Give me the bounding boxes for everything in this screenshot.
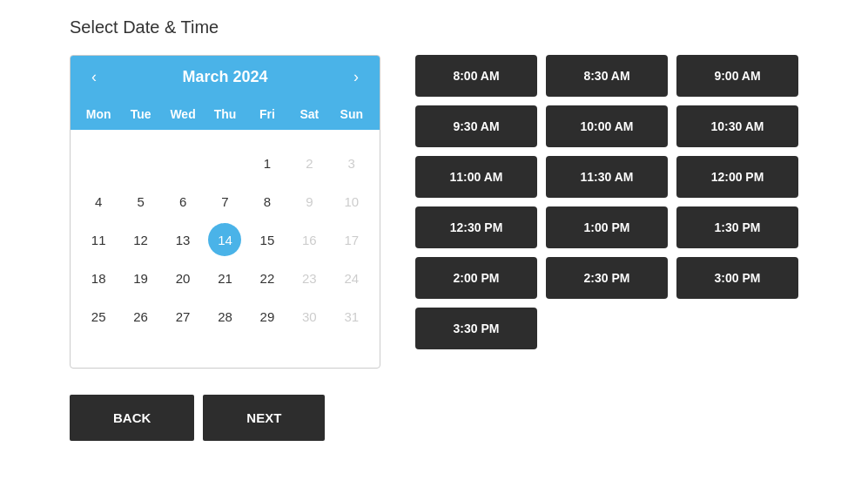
time-slot-button[interactable]: 11:00 AM	[415, 156, 537, 198]
day-cell[interactable]: 17	[335, 223, 368, 256]
time-slot-button[interactable]: 9:30 AM	[415, 105, 537, 147]
next-button[interactable]: NEXT	[203, 395, 325, 441]
day-cell[interactable]: 9	[293, 185, 326, 218]
bottom-actions: BACK NEXT	[70, 395, 798, 441]
day-cell[interactable]: 28	[208, 300, 241, 333]
day-cell[interactable]: 22	[251, 261, 284, 294]
day-cell[interactable]: 31	[335, 300, 368, 333]
time-slot-button[interactable]: 2:00 PM	[415, 257, 537, 299]
time-slot-button[interactable]: 11:30 AM	[546, 156, 668, 198]
day-cell[interactable]: 6	[166, 185, 199, 218]
time-slot-button[interactable]: 3:00 PM	[676, 257, 798, 299]
day-cell[interactable]: 27	[166, 300, 199, 333]
day-cell[interactable]: 1	[251, 146, 284, 179]
time-slot-button[interactable]: 1:30 PM	[676, 206, 798, 248]
day-cell[interactable]: 29	[251, 300, 284, 333]
month-year-label: March 2024	[182, 68, 267, 86]
time-slot-button[interactable]: 8:30 AM	[546, 55, 668, 97]
weekday-label: Fri	[246, 104, 288, 125]
day-cell[interactable]: 16	[293, 223, 326, 256]
day-cell[interactable]: 18	[82, 261, 115, 294]
prev-month-button[interactable]: ‹	[84, 66, 104, 88]
day-cell[interactable]: 21	[208, 261, 241, 294]
day-cell[interactable]: 23	[293, 261, 326, 294]
day-cell[interactable]: 15	[251, 223, 284, 256]
day-cell[interactable]: 8	[251, 185, 284, 218]
day-cell[interactable]: 25	[82, 300, 115, 333]
page-title: Select Date & Time	[70, 17, 798, 37]
day-cell[interactable]: 20	[166, 261, 199, 294]
main-content: ‹ March 2024 › MonTueWedThuFriSatSun 123…	[70, 55, 798, 369]
back-button[interactable]: BACK	[70, 395, 194, 441]
time-slot-button[interactable]: 10:30 AM	[676, 105, 798, 147]
weekday-label: Thu	[204, 104, 246, 125]
weekday-label: Mon	[77, 104, 119, 125]
next-month-button[interactable]: ›	[347, 66, 366, 88]
weekday-label: Sun	[331, 104, 373, 125]
page-container: Select Date & Time ‹ March 2024 › MonTue…	[70, 17, 798, 441]
day-cell[interactable]: 10	[335, 185, 368, 218]
weekday-label: Tue	[119, 104, 161, 125]
day-cell[interactable]: 11	[82, 223, 115, 256]
day-cell[interactable]: 3	[335, 146, 368, 179]
calendar-days: 1234567891011121314151617181920212223242…	[77, 144, 373, 335]
time-slot-button[interactable]: 12:30 PM	[415, 206, 537, 248]
day-cell[interactable]: 24	[335, 261, 368, 294]
time-slot-button[interactable]: 3:30 PM	[415, 308, 537, 349]
day-cell[interactable]: 13	[166, 223, 199, 256]
day-cell[interactable]: 19	[124, 261, 158, 294]
calendar-weekdays: MonTueWedThuFriSatSun	[71, 98, 380, 130]
day-cell[interactable]: 7	[208, 185, 241, 218]
day-cell[interactable]: 26	[124, 300, 158, 333]
day-cell[interactable]: 14	[208, 223, 241, 256]
time-slot-button[interactable]: 8:00 AM	[415, 55, 537, 97]
time-slot-button[interactable]: 10:00 AM	[546, 105, 668, 147]
day-cell[interactable]: 30	[293, 300, 326, 333]
calendar: ‹ March 2024 › MonTueWedThuFriSatSun 123…	[70, 55, 380, 369]
time-slots-grid: 8:00 AM8:30 AM9:00 AM9:30 AM10:00 AM10:3…	[415, 55, 798, 349]
weekday-label: Sat	[288, 104, 330, 125]
day-cell[interactable]: 4	[82, 185, 115, 218]
day-cell[interactable]: 5	[124, 185, 158, 218]
calendar-header: ‹ March 2024 ›	[71, 56, 380, 98]
day-cell[interactable]: 2	[293, 146, 326, 179]
weekday-label: Wed	[162, 104, 204, 125]
day-cell[interactable]: 12	[124, 223, 158, 256]
time-slot-button[interactable]: 1:00 PM	[546, 206, 668, 248]
time-slot-button[interactable]: 2:30 PM	[546, 257, 668, 299]
calendar-grid: 1234567891011121314151617181920212223242…	[71, 130, 380, 349]
time-slot-button[interactable]: 12:00 PM	[676, 156, 798, 198]
time-slot-button[interactable]: 9:00 AM	[676, 55, 798, 97]
